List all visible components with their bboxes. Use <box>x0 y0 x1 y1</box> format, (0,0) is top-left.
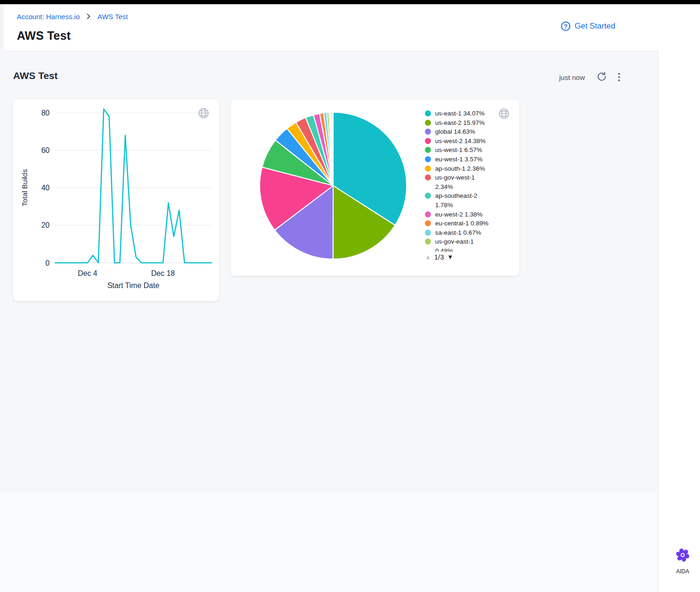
legend-dot <box>425 166 431 172</box>
page-lower-background <box>0 492 658 592</box>
svg-text:40: 40 <box>41 184 50 192</box>
legend-dot <box>425 193 431 199</box>
legend-item-us-east-1[interactable]: us-east-1 34.07% <box>425 109 513 118</box>
legend-label: eu-west-2 1.38% <box>435 210 482 219</box>
legend-dot <box>425 110 431 116</box>
get-started-link[interactable]: ? Get Started <box>561 22 615 31</box>
svg-text:60: 60 <box>41 146 50 154</box>
legend-dot <box>425 220 431 226</box>
legend-page-up-button[interactable]: ▲ <box>425 253 431 260</box>
dashboard-meta: just now <box>559 70 620 84</box>
kebab-menu-icon <box>618 73 620 81</box>
svg-text:Dec 18: Dec 18 <box>151 269 175 277</box>
right-rail <box>658 4 700 592</box>
legend-label: ap-southeast-21.78% <box>435 191 477 209</box>
breadcrumb: Account: Harness.io AWS Test <box>17 12 128 21</box>
legend-label: sa-east-1 0.67% <box>435 228 481 238</box>
legend-dot <box>425 174 431 180</box>
legend-item-us-west-1[interactable]: us-west-1 6.57% <box>425 145 513 155</box>
svg-text:80: 80 <box>41 109 50 117</box>
legend-dot <box>425 129 431 135</box>
legend-item-us-east-2[interactable]: us-east-2 15.97% <box>425 118 513 128</box>
left-edge-strip <box>0 4 4 51</box>
legend-label: ap-south-1 2.36% <box>435 164 485 173</box>
legend-label: global 14.63% <box>435 127 475 137</box>
legend-item-eu-west-1[interactable]: eu-west-1 3.57% <box>425 155 513 164</box>
chevron-right-icon <box>84 12 93 21</box>
legend-dot <box>425 156 431 162</box>
globe-icon <box>197 107 210 121</box>
legend-item-us-gov-east-1[interactable]: us-gov-east-10.48% <box>425 237 513 252</box>
legend-pagination: ▲ 1/3 ▼ <box>425 253 453 261</box>
page-title: AWS Test <box>17 29 71 43</box>
svg-text:20: 20 <box>41 221 50 229</box>
legend-item-eu-west-2[interactable]: eu-west-2 1.38% <box>425 210 513 219</box>
legend-label: us-gov-west-12.34% <box>435 173 475 191</box>
legend-dot <box>425 211 431 217</box>
legend-item-us-west-2[interactable]: us-west-2 14.38% <box>425 137 513 146</box>
region-pie-chart <box>231 100 437 276</box>
refresh-icon <box>596 71 607 83</box>
get-started-label: Get Started <box>575 22 615 31</box>
legend-label: us-west-1 6.57% <box>435 145 482 155</box>
legend-label: us-east-1 34.07% <box>435 109 485 118</box>
svg-text:Start Time Date: Start Time Date <box>107 282 159 289</box>
aida-label: AIDA <box>676 568 689 575</box>
legend-label: us-east-2 15.97% <box>435 118 485 128</box>
total-builds-chart-card: 020406080Dec 4Dec 18Start Time DateTotal… <box>13 99 219 301</box>
legend-page-indicator: 1/3 <box>434 253 444 261</box>
refresh-button[interactable] <box>596 71 607 83</box>
legend-item-sa-east-1[interactable]: sa-east-1 0.67% <box>425 228 513 238</box>
legend-dot <box>425 138 431 144</box>
legend-dot <box>425 238 431 245</box>
help-question-icon: ? <box>561 22 570 31</box>
pie-legend: us-east-1 34.07%us-east-2 15.97%global 1… <box>425 109 513 252</box>
right-rail-divider <box>658 51 658 592</box>
legend-dot <box>425 120 431 126</box>
aida-pinwheel-icon <box>674 546 692 566</box>
aida-button[interactable]: AIDA <box>669 546 697 575</box>
total-builds-line-chart: 020406080Dec 4Dec 18Start Time DateTotal… <box>13 99 219 301</box>
legend-page-down-button[interactable]: ▼ <box>447 253 453 260</box>
legend-item-ap-south-1[interactable]: ap-south-1 2.36% <box>425 164 513 173</box>
top-black-bar <box>0 0 700 4</box>
dashboard-title: AWS Test <box>13 70 58 81</box>
legend-item-ap-southeast-2[interactable]: ap-southeast-21.78% <box>425 191 513 209</box>
legend-label: us-gov-east-10.48% <box>435 237 474 252</box>
svg-text:0: 0 <box>45 259 50 267</box>
legend-dot <box>425 147 431 153</box>
legend-dot <box>425 230 431 236</box>
legend-label: us-west-2 14.38% <box>435 137 486 146</box>
legend-item-us-gov-west-1[interactable]: us-gov-west-12.34% <box>425 173 513 191</box>
legend-item-global[interactable]: global 14.63% <box>425 127 513 137</box>
legend-item-eu-central-1[interactable]: eu-central-1 0.89% <box>425 219 513 228</box>
breadcrumb-page-link[interactable]: AWS Test <box>97 13 128 21</box>
breadcrumb-account-link[interactable]: Account: Harness.io <box>17 13 80 21</box>
svg-text:Dec 4: Dec 4 <box>78 269 97 277</box>
legend-label: eu-central-1 0.89% <box>435 219 489 228</box>
dashboard-menu-button[interactable] <box>618 73 620 81</box>
svg-text:Total Builds: Total Builds <box>21 169 29 207</box>
refresh-timestamp: just now <box>559 73 585 81</box>
legend-label: eu-west-1 3.57% <box>435 155 482 164</box>
region-pie-chart-card: us-east-1 34.07%us-east-2 15.97%global 1… <box>231 100 519 276</box>
